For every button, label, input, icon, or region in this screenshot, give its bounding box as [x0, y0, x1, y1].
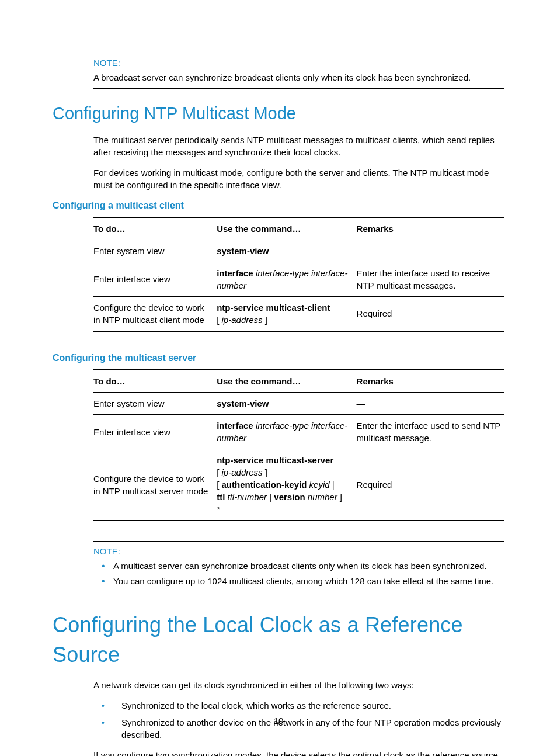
cmd-arg: ip-address [222, 467, 263, 477]
table-header-rem: Remarks [357, 370, 504, 393]
note-label: NOTE: [93, 57, 504, 69]
cmd-text: ntp-service multicast-server [217, 455, 333, 465]
cell-cmd: system-view [217, 240, 356, 262]
cmd-arg: ip-address [222, 315, 263, 325]
table-row: Enter system view system-view — [93, 393, 504, 415]
cell-rem: — [357, 240, 504, 262]
cmd-keyword: ttl [217, 492, 225, 502]
table-row: Enter interface view interface interface… [93, 262, 504, 296]
cell-todo: Configure the device to work in NTP mult… [93, 449, 217, 521]
cell-todo: Configure the device to work in NTP mult… [93, 296, 217, 331]
subheading-multicast-server: Configuring the multicast server [53, 352, 504, 365]
heading-ntp-multicast-mode: Configuring NTP Multicast Mode [53, 102, 504, 126]
table-multicast-client: To do… Use the command… Remarks Enter sy… [93, 217, 504, 332]
cmd-arg: ttl-number [225, 492, 267, 502]
cell-rem: Enter the interface used to receive NTP … [357, 262, 504, 296]
cell-todo: Enter system view [93, 393, 217, 415]
cell-rem: Required [357, 296, 504, 331]
heading-local-clock-ref: Configuring the Local Clock as a Referen… [53, 611, 504, 670]
note-box-multicast: NOTE: A multicast server can synchronize… [93, 541, 504, 595]
cell-cmd: ntp-service multicast-server [ ip-addres… [217, 449, 356, 521]
cell-todo: Enter system view [93, 240, 217, 262]
cmd-keyword: version [274, 492, 305, 502]
cmd-arg: keyid [307, 480, 329, 490]
table-row: Configure the device to work in NTP mult… [93, 449, 504, 521]
cmd-text: system-view [217, 246, 269, 256]
bracket: [ [217, 467, 221, 477]
table-header-todo: To do… [93, 217, 217, 240]
cell-cmd: interface interface-type interface-numbe… [217, 262, 356, 296]
bracket: ] [263, 315, 267, 325]
list-item: Synchronized to the local clock, which w… [102, 699, 504, 712]
note-list: A multicast server can synchronize broad… [102, 560, 504, 587]
separator: | [330, 480, 335, 490]
bracket: ] [337, 492, 342, 502]
cmd-text: ntp-service multicast-client [217, 303, 330, 313]
paragraph: For devices working in multicast mode, c… [93, 167, 504, 191]
table-header-row: To do… Use the command… Remarks [93, 217, 504, 240]
separator: | [267, 492, 274, 502]
cell-todo: Enter interface view [93, 415, 217, 449]
table-row: Enter system view system-view — [93, 240, 504, 262]
paragraph: The multicast server periodically sends … [93, 134, 504, 158]
note-list-item: You can configure up to 1024 multicast c… [102, 575, 504, 587]
table-header-cmd: Use the command… [217, 370, 356, 393]
bracket: [ [217, 315, 221, 325]
table-header-cmd: Use the command… [217, 217, 356, 240]
cell-rem: — [357, 393, 504, 415]
cmd-arg: number [305, 492, 337, 502]
paragraph: If you configure two synchronization mod… [93, 749, 504, 756]
page-number: 10 [0, 715, 557, 727]
cell-cmd: interface interface-type interface-numbe… [217, 415, 356, 449]
table-row: Configure the device to work in NTP mult… [93, 296, 504, 331]
cmd-text: system-view [217, 398, 269, 408]
table-row: Enter interface view interface interface… [93, 415, 504, 449]
table-multicast-server: To do… Use the command… Remarks Enter sy… [93, 369, 504, 521]
cmd-text: interface [217, 268, 253, 278]
note-text: A broadcast server can synchronize broad… [93, 71, 504, 84]
cmd-keyword: authentication-keyid [222, 480, 307, 490]
table-header-rem: Remarks [357, 217, 504, 240]
repeat-star: * [217, 504, 220, 514]
note-box-broadcast: NOTE: A broadcast server can synchronize… [93, 53, 504, 89]
paragraph: A network device can get its clock synch… [93, 679, 504, 691]
cmd-text: interface [217, 421, 253, 431]
note-list-item: A multicast server can synchronize broad… [102, 560, 504, 572]
cell-cmd: ntp-service multicast-client [ ip-addres… [217, 296, 356, 331]
cell-cmd: system-view [217, 393, 356, 415]
table-header-row: To do… Use the command… Remarks [93, 370, 504, 393]
table-header-todo: To do… [93, 370, 217, 393]
cell-todo: Enter interface view [93, 262, 217, 296]
cell-rem: Enter the interface used to send NTP mul… [357, 415, 504, 449]
subheading-multicast-client: Configuring a multicast client [53, 199, 504, 212]
cell-rem: Required [357, 449, 504, 521]
bracket: [ [217, 480, 221, 490]
bracket: ] [263, 467, 267, 477]
note-label: NOTE: [93, 545, 504, 557]
